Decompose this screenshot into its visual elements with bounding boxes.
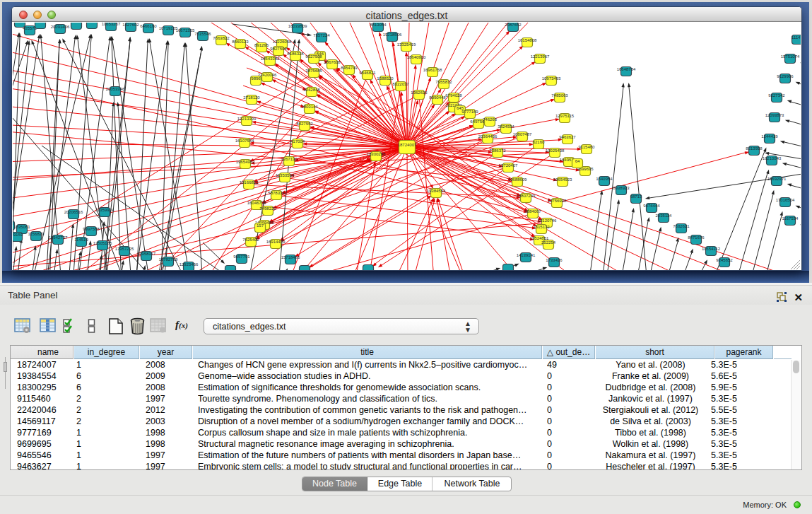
svg-text:7386372: 7386372: [489, 148, 506, 153]
svg-text:6466160: 6466160: [140, 24, 157, 28]
svg-text:252254: 252254: [541, 240, 556, 245]
svg-text:16782759: 16782759: [159, 257, 178, 262]
svg-text:8454749: 8454749: [341, 66, 358, 70]
svg-text:62160: 62160: [533, 140, 545, 144]
svg-text:9827503: 9827503: [270, 47, 287, 51]
svg-text:8938923: 8938923: [613, 186, 630, 190]
svg-text:1615132: 1615132: [533, 225, 550, 229]
svg-text:7357224: 7357224: [313, 33, 330, 37]
svg-text:7485063: 7485063: [551, 93, 568, 98]
svg-text:8660123: 8660123: [232, 40, 249, 44]
svg-text:15751074: 15751074: [781, 54, 800, 59]
svg-text:64: 64: [575, 159, 580, 163]
svg-text:8813054: 8813054: [370, 23, 387, 27]
svg-text:14139141: 14139141: [517, 253, 536, 257]
svg-text:11147: 11147: [792, 35, 801, 40]
svg-text:9657791: 9657791: [233, 255, 250, 259]
svg-text:9327508: 9327508: [305, 54, 322, 59]
svg-text:16543382: 16543382: [261, 57, 280, 61]
svg-text:891295: 891295: [254, 43, 269, 47]
svg-text:19654923: 19654923: [553, 177, 572, 182]
svg-text:10807487: 10807487: [513, 132, 532, 136]
svg-text:19654952: 19654952: [236, 160, 255, 164]
svg-text:12975115: 12975115: [555, 114, 575, 118]
svg-text:9463627: 9463627: [559, 135, 576, 139]
svg-text:68713: 68713: [630, 194, 642, 199]
svg-text:9474444: 9474444: [643, 204, 660, 208]
svg-text:15720407: 15720407: [499, 163, 518, 168]
svg-text:16210043: 16210043: [763, 156, 782, 160]
svg-text:10973493: 10973493: [542, 76, 561, 81]
svg-text:7663822: 7663822: [213, 36, 230, 40]
svg-text:13226058: 13226058: [273, 40, 292, 44]
svg-text:1167534: 1167534: [782, 216, 799, 221]
svg-text:8213958: 8213958: [746, 146, 763, 151]
svg-text:2867608: 2867608: [324, 60, 341, 64]
svg-text:13325419: 13325419: [397, 42, 416, 47]
svg-text:10654112: 10654112: [702, 247, 721, 251]
svg-text:12942737: 12942737: [49, 235, 68, 240]
svg-text:20364436: 20364436: [478, 134, 498, 139]
svg-text:157: 157: [257, 223, 264, 228]
svg-text:1588520: 1588520: [377, 76, 394, 81]
svg-text:10653267: 10653267: [102, 23, 121, 26]
svg-text:22420046: 22420046: [258, 73, 277, 77]
svg-text:6794028: 6794028: [445, 93, 462, 98]
svg-text:8471676: 8471676: [688, 235, 705, 240]
svg-text:9546821: 9546821: [359, 71, 376, 75]
svg-text:1244419: 1244419: [761, 134, 778, 139]
svg-text:18640910: 18640910: [407, 55, 426, 59]
svg-text:12213967: 12213967: [531, 54, 550, 59]
svg-text:1527602: 1527602: [122, 23, 139, 27]
svg-text:8990448: 8990448: [429, 95, 446, 100]
svg-text:8427552: 8427552: [296, 122, 313, 126]
svg-text:2935114: 2935114: [656, 214, 673, 218]
svg-text:7625402: 7625402: [242, 238, 259, 242]
svg-text:9896: 9896: [251, 76, 261, 81]
svg-text:20091406: 20091406: [51, 25, 70, 29]
svg-text:3875685: 3875685: [305, 69, 322, 73]
svg-text:18807249: 18807249: [517, 194, 536, 198]
svg-text:20206516: 20206516: [64, 210, 83, 214]
svg-text:12505185: 12505185: [93, 241, 112, 245]
svg-text:10688609: 10688609: [508, 177, 527, 182]
svg-text:746266: 746266: [483, 117, 498, 122]
svg-text:15718485: 15718485: [281, 255, 300, 259]
svg-text:9997568: 9997568: [83, 227, 100, 231]
svg-text:1156829: 1156829: [28, 232, 45, 236]
svg-text:2803144: 2803144: [301, 105, 318, 109]
svg-text:17957225: 17957225: [115, 247, 134, 251]
svg-text:1640954: 1640954: [596, 177, 613, 181]
svg-text:5878334: 5878334: [268, 191, 285, 195]
svg-text:10025438: 10025438: [546, 148, 565, 153]
svg-text:12923466: 12923466: [180, 262, 199, 267]
svg-text:1733426: 1733426: [546, 258, 563, 262]
svg-text:18300295: 18300295: [367, 152, 386, 156]
svg-text:10756928: 10756928: [548, 199, 567, 203]
svg-text:3267130: 3267130: [281, 157, 298, 161]
svg-text:8322037: 8322037: [392, 82, 409, 86]
svg-text:8186328: 8186328: [287, 52, 304, 56]
svg-text:2718120: 2718120: [243, 95, 260, 100]
svg-text:2087652: 2087652: [505, 23, 522, 27]
svg-text:16046798: 16046798: [247, 201, 266, 205]
svg-text:12213309: 12213309: [237, 117, 257, 121]
svg-text:16671355: 16671355: [176, 28, 195, 33]
svg-text:9115460: 9115460: [579, 145, 596, 149]
svg-text:9884067: 9884067: [524, 209, 541, 214]
svg-text:9245652: 9245652: [716, 258, 733, 262]
svg-text:1835061: 1835061: [13, 225, 30, 229]
svg-text:9227342: 9227342: [768, 93, 785, 98]
svg-text:12093873: 12093873: [765, 113, 784, 117]
svg-text:16107554: 16107554: [235, 139, 254, 143]
svg-text:16033809: 16033809: [288, 24, 307, 28]
svg-text:15692971: 15692971: [767, 177, 787, 181]
svg-text:16120746: 16120746: [538, 218, 557, 223]
svg-text:7955812: 7955812: [435, 80, 452, 84]
svg-text:7515546: 7515546: [194, 32, 211, 36]
svg-text:16914479: 16914479: [266, 240, 286, 244]
svg-text:16648784: 16648784: [617, 67, 636, 71]
svg-text:417004: 417004: [290, 139, 305, 144]
svg-text:18724007: 18724007: [398, 143, 417, 147]
svg-text:20053346: 20053346: [106, 87, 125, 91]
